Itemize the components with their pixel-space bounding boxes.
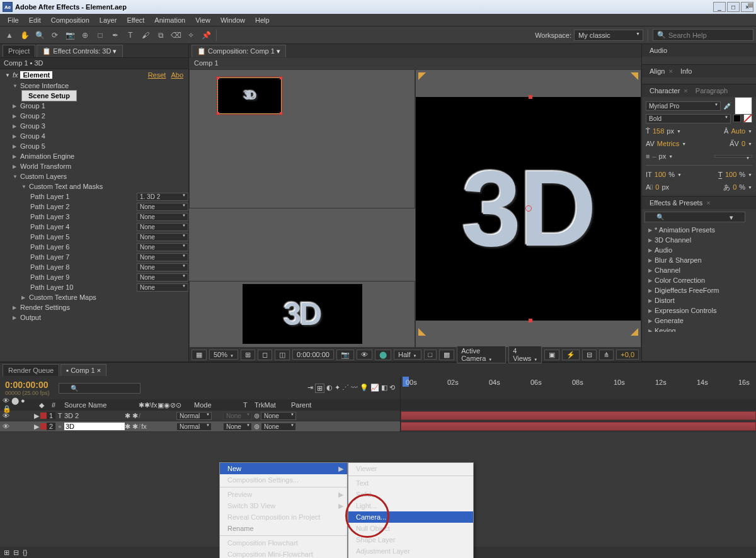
tab-character[interactable]: Character	[646, 86, 684, 96]
font-size-value[interactable]: 158	[653, 127, 664, 135]
context-item[interactable]: Adjustment Layer	[348, 545, 473, 557]
toggle-modes-icon[interactable]: ⊟	[13, 549, 19, 557]
tab-render-queue[interactable]: Render Queue	[3, 364, 59, 376]
grid-icon[interactable]: ▦	[192, 350, 207, 360]
shape-tool-icon[interactable]: □	[93, 28, 107, 42]
mask-icon[interactable]: ◫	[275, 350, 290, 360]
menu-layer[interactable]: Layer	[94, 15, 122, 25]
pixel-icon[interactable]: ▣	[544, 350, 559, 360]
eraser-tool-icon[interactable]: ⌫	[169, 28, 183, 42]
live-update-icon[interactable]: ⟲	[389, 384, 395, 393]
toggle-switches-icon[interactable]: ⊞	[4, 549, 9, 557]
tab-audio[interactable]: Audio	[646, 45, 671, 55]
shy-toggle-icon[interactable]: ⇥	[307, 384, 313, 393]
minimize-button[interactable]: _	[713, 2, 726, 12]
help-search-input[interactable]: 🔍 Search Help	[653, 29, 753, 41]
preset-category[interactable]: ▶Audio	[642, 245, 756, 255]
exposure-control[interactable]: +0,0	[616, 350, 639, 360]
output[interactable]: Output	[20, 314, 41, 321]
custom-text-masks[interactable]: Custom Text and Masks	[29, 183, 103, 190]
preset-category[interactable]: ▶3D Channel	[642, 235, 756, 245]
parent-dropdown[interactable]: None▼	[261, 412, 296, 420]
time-display[interactable]: 0:00:00:00	[292, 350, 334, 360]
layer-search-input[interactable]: 🔍	[59, 383, 140, 394]
transparency-icon[interactable]: ▩	[439, 350, 454, 360]
tracking-value[interactable]: 0	[742, 140, 745, 147]
font-family-dropdown[interactable]: Myriad Pro	[646, 101, 721, 111]
timeline-track[interactable]	[401, 421, 756, 432]
context-item[interactable]: Preview▶	[220, 489, 347, 500]
path-layer-dropdown[interactable]: 1. 3D 2	[137, 193, 188, 201]
pen-tool-icon[interactable]: ✒	[108, 28, 122, 42]
roi-icon[interactable]: □	[424, 350, 437, 360]
context-item[interactable]: Composition Mini-Flowcharttap Shift	[220, 549, 347, 558]
menu-file[interactable]: File	[3, 15, 24, 25]
frame-blend-icon[interactable]: ⋰	[342, 384, 349, 393]
tab-effects-presets[interactable]: Effects & Presets	[646, 198, 706, 208]
tab-comp1[interactable]: ▪ Comp 1 ×	[60, 364, 106, 376]
safe-icon[interactable]: ◻	[258, 350, 272, 360]
zoom-tool-icon[interactable]: 🔍	[33, 28, 47, 42]
preset-category[interactable]: ▶Channel	[642, 265, 756, 275]
path-layer-dropdown[interactable]: None	[137, 273, 188, 282]
text-tool-icon[interactable]: T	[123, 28, 137, 42]
maximize-button[interactable]: □	[727, 2, 740, 12]
rotate-tool-icon[interactable]: ⟳	[48, 28, 62, 42]
clone-tool-icon[interactable]: ⧉	[154, 28, 168, 42]
preset-category[interactable]: ▶* Animation Presets	[642, 225, 756, 235]
path-layer-dropdown[interactable]: None	[137, 263, 188, 271]
preset-category[interactable]: ▶Digieffects FreeForm	[642, 285, 756, 295]
menu-view[interactable]: View	[190, 15, 215, 25]
group-5[interactable]: Group 5	[20, 142, 45, 150]
pan-behind-tool-icon[interactable]: ⊕	[78, 28, 92, 42]
context-item[interactable]: Viewer	[348, 463, 473, 474]
context-item[interactable]: Composition Settings...	[220, 474, 347, 486]
scene-setup-button[interactable]: Scene Setup	[21, 90, 77, 101]
quality-toggle-icon[interactable]: ◐	[326, 384, 333, 393]
hand-tool-icon[interactable]: ✋	[18, 28, 32, 42]
views-dropdown[interactable]: 4 Views	[508, 346, 542, 363]
menu-help[interactable]: Help	[250, 15, 275, 25]
timeline-layer-row[interactable]: 👁▶1T3D 2✱ ✱ / Normal▼None▼⊚None▼	[0, 411, 400, 421]
preset-category[interactable]: ▶Generate	[642, 316, 756, 326]
tab-project[interactable]: Project	[3, 45, 35, 57]
workspace-dropdown[interactable]: My classic	[574, 30, 643, 41]
path-layer-dropdown[interactable]: None	[137, 253, 188, 261]
flowchart-icon[interactable]: ⋔	[599, 350, 614, 360]
path-layer-dropdown[interactable]: None	[137, 223, 188, 231]
draft3d-icon[interactable]: ◧	[381, 384, 387, 393]
preset-category[interactable]: ▶Expression Controls	[642, 305, 756, 316]
effect-name[interactable]: Element	[20, 71, 52, 79]
brainstorm-icon[interactable]: 💡	[360, 384, 369, 393]
context-item[interactable]: Switch 3D View▶	[220, 500, 347, 511]
menu-animation[interactable]: Animation	[149, 15, 190, 25]
roto-tool-icon[interactable]: ✧	[184, 28, 198, 42]
preset-category[interactable]: ▶Keying	[642, 326, 756, 332]
context-item[interactable]: New▶	[220, 463, 347, 474]
preset-category[interactable]: ▶Color Correction	[642, 275, 756, 285]
kerning-value[interactable]: Metrics	[657, 140, 679, 147]
fx-toggle-icon[interactable]: ✦	[335, 384, 340, 393]
path-layer-dropdown[interactable]: None	[137, 243, 188, 251]
menu-composition[interactable]: Composition	[46, 15, 94, 25]
eyedropper-icon[interactable]: 💉	[723, 102, 732, 110]
context-item[interactable]: Text	[348, 477, 473, 489]
stroke-swatch[interactable]	[733, 115, 741, 122]
render-settings[interactable]: Render Settings	[20, 304, 70, 311]
comp-breadcrumb[interactable]: Comp 1	[189, 58, 641, 69]
camera-dropdown[interactable]: Active Camera	[457, 346, 506, 363]
effects-search-input[interactable]: 🔍 ▾	[644, 212, 745, 222]
animation-engine[interactable]: Animation Engine	[20, 152, 74, 160]
arrow-icon[interactable]: ▼	[5, 72, 10, 78]
camera-tool-icon[interactable]: 📷	[63, 28, 77, 42]
menu-edit[interactable]: Edit	[24, 15, 46, 25]
preset-category[interactable]: ▶Distort	[642, 295, 756, 305]
tab-info[interactable]: Info	[677, 66, 696, 76]
group-3[interactable]: Group 3	[20, 122, 45, 130]
snapshot-icon[interactable]: 📷	[336, 350, 354, 360]
parent-dropdown[interactable]: None▼	[261, 423, 296, 431]
about-link[interactable]: Abo	[171, 71, 183, 79]
scene-interface[interactable]: Scene Interface	[20, 82, 69, 89]
3d-text-preview[interactable]: 3D	[244, 89, 255, 103]
group-2[interactable]: Group 2	[20, 112, 45, 120]
